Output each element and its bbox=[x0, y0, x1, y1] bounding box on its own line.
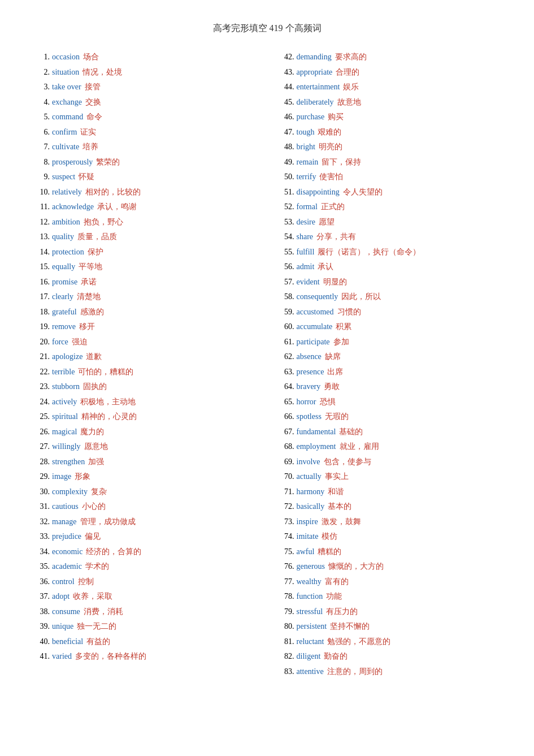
entry-english: participate bbox=[297, 335, 330, 349]
list-item: 60. accumulate 积累 bbox=[279, 320, 501, 334]
entry-number: 71. bbox=[279, 485, 294, 499]
list-item: 30. complexity 复杂 bbox=[34, 485, 256, 499]
entry-number: 53. bbox=[279, 215, 294, 230]
entry-chinese: 经济的，合算的 bbox=[86, 545, 141, 559]
list-item: 26. magical 魔力的 bbox=[34, 425, 256, 439]
entry-english: spiritual bbox=[52, 410, 78, 424]
entry-english: complexity bbox=[52, 485, 88, 499]
entry-english: situation bbox=[52, 66, 79, 80]
list-item: 35. academic 学术的 bbox=[34, 560, 256, 574]
entry-english: wealthy bbox=[297, 575, 322, 589]
entry-english: persistent bbox=[297, 620, 327, 634]
entry-number: 3. bbox=[34, 80, 50, 94]
entry-chinese: 魔力的 bbox=[80, 425, 104, 439]
entry-chinese: 明亮的 bbox=[319, 140, 342, 154]
entry-number: 43. bbox=[279, 66, 294, 80]
list-item: 50. terrify 使害怕 bbox=[279, 170, 501, 184]
entry-number: 20. bbox=[34, 335, 50, 349]
entry-number: 39. bbox=[34, 620, 50, 634]
entry-number: 54. bbox=[279, 230, 294, 244]
list-item: 78. function 功能 bbox=[279, 590, 501, 604]
entry-number: 83. bbox=[279, 665, 294, 679]
list-item: 29. image 形象 bbox=[34, 470, 256, 484]
entry-chinese: 富有的 bbox=[325, 575, 349, 589]
entry-chinese: 清楚地 bbox=[77, 290, 101, 304]
entry-number: 9. bbox=[34, 170, 50, 184]
entry-english: suspect bbox=[52, 170, 75, 184]
entry-number: 63. bbox=[279, 365, 294, 379]
entry-number: 41. bbox=[34, 650, 50, 664]
entry-number: 61. bbox=[279, 335, 294, 349]
entry-chinese: 平等地 bbox=[79, 260, 102, 274]
entry-english: attentive bbox=[297, 665, 324, 679]
entry-english: share bbox=[297, 230, 314, 244]
list-item: 77. wealthy 富有的 bbox=[279, 575, 501, 589]
entry-chinese: 培养 bbox=[83, 140, 98, 154]
entry-english: force bbox=[52, 335, 68, 349]
entry-number: 24. bbox=[34, 395, 50, 409]
list-item: 49. remain 留下，保持 bbox=[279, 155, 501, 170]
entry-number: 15. bbox=[34, 260, 50, 274]
list-item: 65. horror 恐惧 bbox=[279, 395, 501, 409]
entry-chinese: 愿意地 bbox=[84, 440, 108, 454]
entry-chinese: 正式的 bbox=[321, 200, 345, 214]
entry-chinese: 怀疑 bbox=[79, 170, 94, 184]
list-item: 8. prosperously 繁荣的 bbox=[34, 155, 256, 170]
entry-english: command bbox=[52, 110, 83, 124]
entry-chinese: 愿望 bbox=[319, 215, 335, 230]
list-item: 31. cautious 小心的 bbox=[34, 500, 256, 514]
list-item: 61. participate 参加 bbox=[279, 335, 501, 349]
list-item: 58. consequently 因此，所以 bbox=[279, 290, 501, 304]
entry-number: 26. bbox=[34, 425, 50, 439]
entry-number: 55. bbox=[279, 245, 294, 260]
entry-english: fulfill bbox=[297, 245, 315, 260]
list-item: 37. adopt 收养，采取 bbox=[34, 590, 256, 604]
entry-chinese: 习惯的 bbox=[337, 305, 361, 319]
entry-english: varied bbox=[52, 650, 72, 664]
entry-number: 25. bbox=[34, 410, 50, 424]
entry-english: consequently bbox=[297, 290, 338, 304]
entry-number: 79. bbox=[279, 605, 294, 619]
entry-english: willingly bbox=[52, 440, 81, 454]
entry-chinese: 感激的 bbox=[80, 305, 104, 319]
list-item: 82. diligent 勤奋的 bbox=[279, 650, 501, 664]
entry-number: 60. bbox=[279, 320, 294, 334]
list-item: 56. admit 承认 bbox=[279, 260, 501, 274]
entry-number: 6. bbox=[34, 126, 50, 140]
entry-english: unique bbox=[52, 620, 73, 634]
entry-number: 72. bbox=[279, 500, 294, 514]
entry-chinese: 道歉 bbox=[86, 350, 102, 364]
entry-chinese: 令人失望的 bbox=[343, 185, 383, 200]
entry-english: image bbox=[52, 470, 71, 484]
entry-chinese: 积极地，主动地 bbox=[80, 395, 136, 409]
entry-chinese: 明显的 bbox=[323, 275, 347, 290]
word-list-container: 1. occasion 场合 2. situation 情况，处境 3. tak… bbox=[34, 50, 500, 679]
list-item: 14. protection 保护 bbox=[34, 245, 256, 260]
entry-english: tough bbox=[297, 126, 315, 140]
entry-number: 59. bbox=[279, 305, 294, 319]
entry-number: 75. bbox=[279, 545, 294, 559]
entry-english: reluctant bbox=[297, 635, 324, 649]
entry-english: protection bbox=[52, 245, 84, 260]
list-item: 23. stubborn 固执的 bbox=[34, 380, 256, 394]
entry-english: control bbox=[52, 575, 75, 589]
entry-number: 35. bbox=[34, 560, 50, 574]
entry-english: actually bbox=[297, 470, 322, 484]
list-item: 19. remove 移开 bbox=[34, 320, 256, 334]
entry-chinese: 承诺 bbox=[81, 275, 97, 290]
list-item: 24. actively 积极地，主动地 bbox=[34, 395, 256, 409]
entry-chinese: 糟糕的 bbox=[318, 545, 341, 559]
entry-english: stressful bbox=[297, 605, 323, 619]
entry-chinese: 勤奋的 bbox=[324, 650, 348, 664]
entry-english: stubborn bbox=[52, 380, 80, 394]
entry-number: 36. bbox=[34, 575, 50, 589]
list-item: 46. purchase 购买 bbox=[279, 110, 501, 124]
entry-chinese: 可怕的，糟糕的 bbox=[78, 365, 133, 379]
entry-number: 18. bbox=[34, 305, 50, 319]
list-item: 44. entertainment 娱乐 bbox=[279, 80, 501, 94]
entry-number: 68. bbox=[279, 440, 294, 454]
entry-english: bravery bbox=[297, 380, 321, 394]
entry-number: 22. bbox=[34, 365, 50, 379]
entry-english: remain bbox=[297, 155, 319, 170]
list-item: 18. grateful 感激的 bbox=[34, 305, 256, 319]
